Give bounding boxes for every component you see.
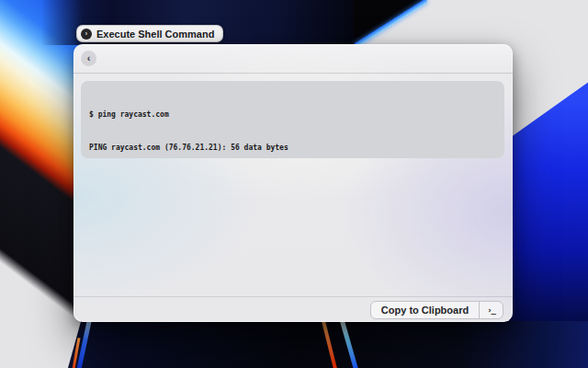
wallpaper-right-blue-band — [509, 74, 588, 368]
back-button[interactable]: ‹ — [81, 51, 96, 66]
command-tooltip-label: Execute Shell Command — [96, 29, 214, 40]
wallpaper-blue-streak — [354, 0, 427, 48]
window-header: ‹ — [74, 44, 513, 74]
shell-command-icon: › — [81, 29, 92, 40]
footer-action-group: Copy to Clipboard ›_ — [370, 301, 503, 319]
copy-to-clipboard-button[interactable]: Copy to Clipboard — [371, 302, 479, 318]
window-footer: Copy to Clipboard ›_ — [74, 296, 513, 322]
wallpaper-top-right-triangle — [354, 0, 430, 45]
command-tooltip: › Execute Shell Command — [76, 25, 223, 42]
terminal-line: $ ping raycast.com — [89, 109, 496, 121]
terminal-output: $ ping raycast.com PING raycast.com (76.… — [81, 81, 504, 158]
wallpaper-arc-orange — [72, 338, 81, 368]
chevron-left-icon: ‹ — [87, 52, 91, 65]
terminal-prompt-icon: ›_ — [480, 305, 503, 315]
wallpaper-bottom-dark-band — [68, 321, 588, 368]
desktop: › Execute Shell Command ‹ $ ping raycast… — [0, 0, 588, 368]
raycast-window: ‹ $ ping raycast.com PING raycast.com (7… — [74, 44, 513, 322]
wallpaper-arc-orange2 — [322, 319, 338, 368]
wallpaper-arc-blue — [74, 317, 92, 368]
terminal-line: PING raycast.com (76.76.21.21): 56 data … — [89, 143, 496, 154]
wallpaper-arc-cyan — [340, 319, 359, 368]
